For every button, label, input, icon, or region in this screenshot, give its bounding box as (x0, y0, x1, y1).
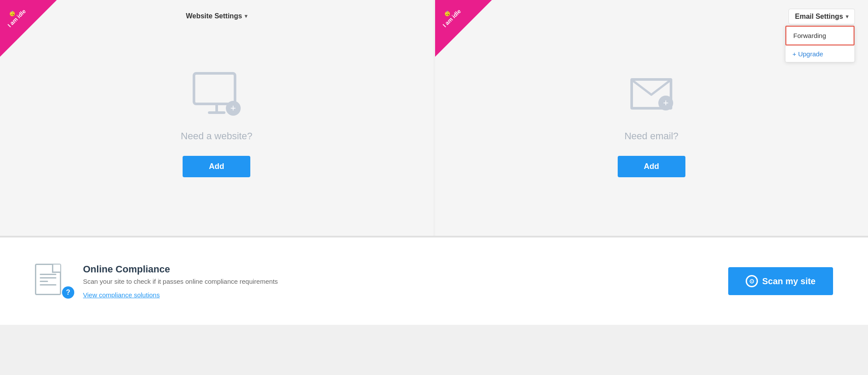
envelope-icon: + (627, 72, 675, 116)
doc-line-2 (40, 277, 56, 279)
idle-badge-right: 😴 I am idle (435, 0, 492, 57)
monitor-icon: + (193, 72, 241, 116)
scan-button-label: Scan my site (762, 276, 816, 286)
idle-badge-left: 😴 I am idle (0, 0, 57, 57)
compliance-section: ? Online Compliance Scan your site to ch… (0, 237, 868, 325)
email-settings-dropdown: Forwarding + Upgrade (785, 25, 855, 62)
envelope-flap-svg (633, 81, 670, 96)
email-settings-button[interactable]: Email Settings ▾ (788, 9, 855, 24)
email-settings-label: Email Settings (795, 13, 843, 21)
website-settings-header[interactable]: Website Settings ▾ (186, 12, 247, 20)
compliance-icon-area: ? (35, 264, 70, 299)
scan-my-site-button[interactable]: ⊙ Scan my site (728, 267, 833, 295)
monitor-base (208, 111, 225, 114)
compliance-question-badge: ? (62, 286, 74, 299)
email-settings-container: Email Settings ▾ Forwarding + Upgrade (788, 9, 855, 24)
website-settings-chevron: ▾ (245, 13, 247, 19)
monitor-screen (193, 72, 236, 105)
website-icon-area: + Need a website? Add (181, 72, 252, 177)
forwarding-option[interactable]: Forwarding (785, 26, 854, 45)
email-panel: 😴 I am idle Email Settings ▾ Forwarding … (435, 0, 868, 236)
upgrade-option[interactable]: + Upgrade (785, 45, 854, 62)
envelope-body: + (630, 78, 672, 110)
compliance-doc-icon (35, 264, 61, 295)
compliance-description: Scan your site to check if it passes onl… (83, 278, 715, 285)
doc-line-3 (40, 281, 48, 282)
website-panel: 😴 I am idle Website Settings ▾ + Need a … (0, 0, 433, 236)
scan-icon: ⊙ (746, 275, 758, 287)
main-panels: 😴 I am idle Website Settings ▾ + Need a … (0, 0, 868, 236)
add-website-button[interactable]: Add (183, 156, 250, 177)
compliance-text-area: Online Compliance Scan your site to chec… (83, 264, 715, 299)
email-subtitle: Need email? (624, 131, 678, 142)
doc-line-1 (40, 274, 56, 275)
email-icon-area: + Need email? Add (618, 72, 685, 177)
monitor-plus-icon: + (226, 101, 241, 116)
monitor-stand (215, 105, 218, 111)
compliance-title: Online Compliance (83, 264, 715, 275)
website-subtitle: Need a website? (181, 131, 252, 142)
email-settings-chevron: ▾ (846, 14, 848, 20)
website-settings-label: Website Settings (186, 12, 242, 20)
view-compliance-link[interactable]: View compliance solutions (83, 291, 160, 299)
doc-line-4 (40, 284, 56, 286)
envelope-plus-icon: + (658, 96, 673, 110)
add-email-button[interactable]: Add (618, 156, 685, 177)
